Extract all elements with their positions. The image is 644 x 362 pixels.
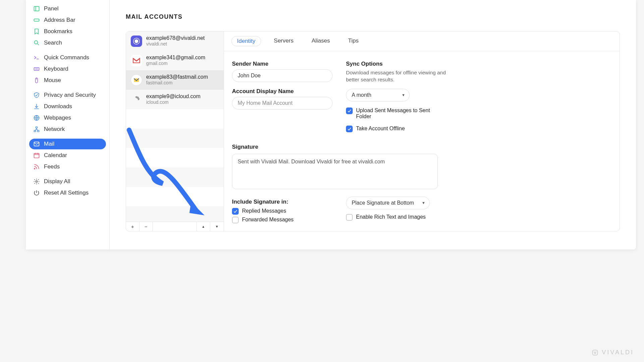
accounts-list: example678@vivaldi.net vivaldi.net examp… bbox=[126, 31, 224, 222]
sidebar-item-label: Privacy and Security bbox=[44, 92, 96, 98]
tab-tips[interactable]: Tips bbox=[343, 36, 364, 46]
sidebar-item-label: Webpages bbox=[44, 115, 71, 121]
tab-aliases[interactable]: Aliases bbox=[306, 36, 335, 46]
settings-sidebar: Panel Address Bar Bookmarks Search Quick… bbox=[26, 0, 110, 249]
fastmail-icon bbox=[131, 74, 142, 86]
globe-icon bbox=[33, 115, 40, 121]
addressbar-icon bbox=[33, 17, 40, 23]
forwarded-label: Forwarded Messages bbox=[242, 217, 294, 223]
sync-options-desc: Download messages for offline viewing an… bbox=[346, 69, 447, 83]
sidebar-item-bookmarks[interactable]: Bookmarks bbox=[29, 26, 106, 37]
signature-textarea[interactable]: Sent with Vivaldi Mail. Download Vivaldi… bbox=[232, 154, 438, 189]
replied-checkbox[interactable] bbox=[232, 208, 239, 215]
account-row[interactable]: example83@fastmail.com fastmail.com bbox=[126, 70, 224, 90]
sidebar-item-webpages[interactable]: Webpages bbox=[29, 113, 106, 123]
sidebar-item-display-all[interactable]: Display All bbox=[29, 176, 106, 187]
vivaldi-icon bbox=[131, 35, 142, 47]
vivaldi-watermark: VIVALDI bbox=[592, 349, 634, 356]
sidebar-item-address-bar[interactable]: Address Bar bbox=[29, 15, 106, 25]
tabs: Identity Servers Aliases Tips bbox=[224, 31, 620, 51]
include-sig-label: Include Signature in: bbox=[232, 199, 333, 205]
move-down-button[interactable]: ▼ bbox=[210, 222, 224, 231]
rich-text-label: Enable Rich Text and Images bbox=[356, 214, 426, 220]
move-up-button[interactable]: ▲ bbox=[197, 222, 210, 231]
display-name-label: Account Display Name bbox=[232, 88, 333, 95]
mouse-icon bbox=[33, 77, 40, 84]
section-title: MAIL ACCOUNTS bbox=[126, 13, 620, 20]
sidebar-item-label: Reset All Settings bbox=[44, 190, 89, 196]
sidebar-item-calendar[interactable]: Calendar bbox=[29, 150, 106, 161]
sidebar-item-panel[interactable]: Panel bbox=[29, 3, 106, 14]
tab-servers[interactable]: Servers bbox=[269, 36, 299, 46]
upload-sent-checkbox[interactable] bbox=[346, 107, 353, 114]
svg-rect-0 bbox=[34, 6, 39, 11]
sidebar-item-keyboard[interactable]: Keyboard bbox=[29, 64, 106, 74]
svg-point-4 bbox=[34, 41, 38, 44]
account-row[interactable]: example341@gmail.com gmail.com bbox=[126, 51, 224, 70]
mail-icon bbox=[33, 141, 40, 147]
svg-line-5 bbox=[38, 44, 39, 45]
signature-label: Signature bbox=[232, 144, 611, 150]
sidebar-item-label: Keyboard bbox=[44, 66, 68, 72]
replied-label: Replied Messages bbox=[242, 208, 286, 214]
search-icon bbox=[33, 40, 40, 46]
sidebar-item-quick-commands[interactable]: Quick Commands bbox=[29, 52, 106, 63]
calendar-icon bbox=[33, 152, 40, 159]
sidebar-item-label: Quick Commands bbox=[44, 54, 89, 61]
sidebar-item-label: Mouse bbox=[44, 77, 61, 84]
gmail-icon bbox=[131, 55, 142, 66]
tab-identity[interactable]: Identity bbox=[231, 36, 261, 46]
bookmark-icon bbox=[33, 28, 40, 35]
account-domain: fastmail.com bbox=[146, 80, 208, 86]
sidebar-item-feeds[interactable]: Feeds bbox=[29, 161, 106, 172]
account-email: example9@icloud.com bbox=[146, 93, 200, 99]
sidebar-item-label: Bookmarks bbox=[44, 28, 72, 35]
sync-range-select[interactable]: A month bbox=[346, 89, 410, 101]
svg-rect-32 bbox=[593, 350, 598, 355]
signature-position-select[interactable]: Place Signature at Bottom bbox=[346, 197, 430, 209]
remove-account-button[interactable]: − bbox=[139, 222, 153, 231]
sidebar-item-label: Display All bbox=[44, 178, 70, 185]
keyboard-icon bbox=[33, 66, 40, 72]
download-icon bbox=[33, 103, 40, 110]
rss-icon bbox=[33, 163, 40, 170]
sidebar-item-label: Address Bar bbox=[44, 17, 75, 23]
account-domain: gmail.com bbox=[146, 60, 205, 66]
sidebar-item-network[interactable]: Network bbox=[29, 124, 106, 135]
sidebar-item-search[interactable]: Search bbox=[29, 38, 106, 48]
gear-icon bbox=[33, 178, 40, 185]
sidebar-item-label: Network bbox=[44, 126, 65, 133]
shield-icon bbox=[33, 92, 40, 98]
icloud-icon bbox=[131, 94, 142, 105]
take-offline-checkbox[interactable] bbox=[346, 126, 353, 132]
svg-rect-15 bbox=[36, 127, 38, 128]
select-value: A month bbox=[352, 92, 371, 98]
sidebar-item-label: Mail bbox=[44, 141, 54, 147]
account-email: example341@gmail.com bbox=[146, 55, 205, 61]
sidebar-item-mail[interactable]: Mail bbox=[29, 139, 106, 149]
sidebar-item-privacy[interactable]: Privacy and Security bbox=[29, 90, 106, 100]
display-name-input[interactable] bbox=[232, 97, 333, 110]
sidebar-item-downloads[interactable]: Downloads bbox=[29, 101, 106, 112]
svg-point-26 bbox=[34, 168, 35, 169]
accounts-toolbar: + − ▲ ▼ bbox=[126, 222, 224, 231]
rich-text-checkbox[interactable] bbox=[346, 214, 353, 221]
sidebar-item-mouse[interactable]: Mouse bbox=[29, 75, 106, 86]
sidebar-item-label: Panel bbox=[44, 5, 58, 12]
panel-icon bbox=[33, 5, 40, 12]
sender-name-label: Sender Name bbox=[232, 61, 333, 67]
sidebar-item-reset[interactable]: Reset All Settings bbox=[29, 188, 106, 198]
sidebar-item-label: Downloads bbox=[44, 103, 72, 110]
account-email: example678@vivaldi.net bbox=[146, 35, 205, 41]
account-domain: icloud.com bbox=[146, 99, 200, 105]
add-account-button[interactable]: + bbox=[126, 222, 139, 231]
mail-accounts-panel: example678@vivaldi.net vivaldi.net examp… bbox=[126, 31, 620, 231]
forwarded-checkbox[interactable] bbox=[232, 217, 239, 223]
sender-name-input[interactable] bbox=[232, 69, 333, 82]
sync-options-label: Sync Options bbox=[346, 61, 447, 67]
account-row[interactable]: example9@icloud.com icloud.com bbox=[126, 90, 224, 109]
sidebar-item-label: Search bbox=[44, 40, 62, 46]
account-row[interactable]: example678@vivaldi.net vivaldi.net bbox=[126, 31, 224, 51]
account-domain: vivaldi.net bbox=[146, 41, 205, 47]
toolbar-spacer bbox=[153, 222, 197, 231]
